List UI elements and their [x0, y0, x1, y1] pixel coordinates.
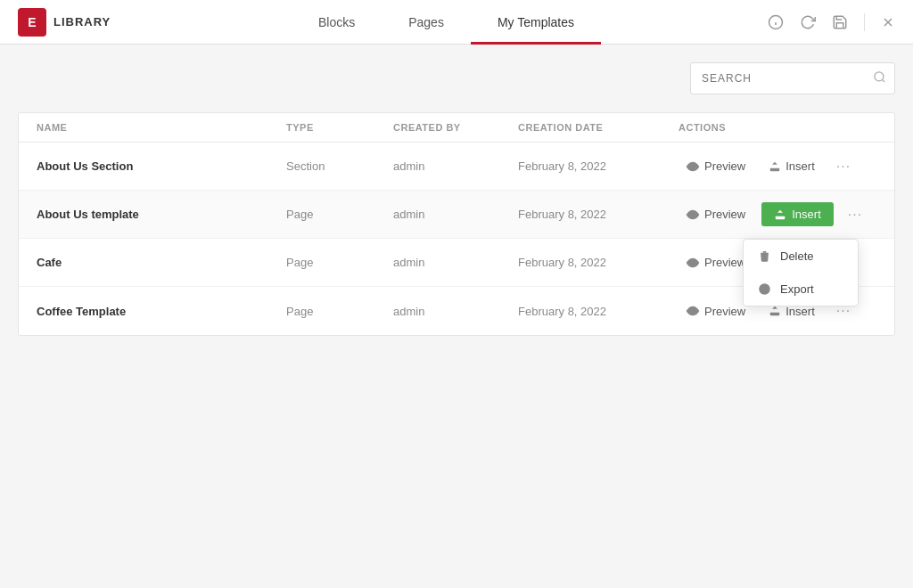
- tab-blocks[interactable]: Blocks: [292, 0, 382, 45]
- col-creation-date: CREATION DATE: [518, 122, 679, 133]
- library-modal: E LIBRARY Blocks Pages My Templates: [0, 0, 913, 588]
- table-header: NAME TYPE CREATED BY CREATION DATE ACTIO…: [19, 113, 894, 143]
- template-name: About Us Section: [37, 159, 286, 173]
- library-title: LIBRARY: [53, 15, 111, 29]
- search-icon: [873, 70, 886, 86]
- template-created-by: admin: [393, 208, 518, 221]
- svg-point-7: [691, 165, 695, 168]
- refresh-icon[interactable]: [800, 14, 816, 30]
- template-date: February 8, 2022: [518, 159, 679, 173]
- more-options-button-active[interactable]: ···: [843, 203, 868, 226]
- row-actions: Preview Insert ···: [679, 202, 876, 226]
- svg-point-15: [691, 309, 695, 313]
- template-created-by: admin: [393, 256, 518, 269]
- template-created-by: admin: [393, 159, 518, 173]
- close-icon[interactable]: [881, 15, 895, 29]
- info-icon[interactable]: [768, 14, 784, 30]
- delete-label: Delete: [780, 249, 814, 263]
- tab-my-templates[interactable]: My Templates: [471, 0, 601, 45]
- search-bar: [18, 62, 895, 94]
- context-menu-export[interactable]: Export: [744, 273, 858, 306]
- modal-content: NAME TYPE CREATED BY CREATION DATE ACTIO…: [0, 45, 913, 588]
- template-date: February 8, 2022: [518, 256, 679, 269]
- context-menu-delete[interactable]: Delete: [744, 240, 858, 273]
- tab-pages[interactable]: Pages: [382, 0, 471, 45]
- insert-green-button[interactable]: Insert: [761, 202, 834, 226]
- template-type: Page: [286, 305, 393, 318]
- svg-line-6: [882, 79, 884, 82]
- context-menu: Delete Export: [743, 239, 859, 306]
- header-actions: [768, 13, 895, 31]
- col-type: TYPE: [286, 122, 393, 133]
- export-label: Export: [780, 282, 814, 296]
- template-name: Cafe: [37, 256, 286, 269]
- search-input-wrap: [690, 62, 895, 94]
- template-name: Coffee Template: [37, 305, 286, 318]
- col-actions: ACTIONS: [679, 122, 876, 133]
- template-name: About Us template: [37, 208, 286, 221]
- save-icon[interactable]: [832, 14, 848, 30]
- table-row: About Us Section Section admin February …: [19, 143, 894, 191]
- col-name: NAME: [37, 122, 286, 133]
- search-input[interactable]: [690, 62, 895, 94]
- template-date: February 8, 2022: [518, 305, 679, 318]
- svg-point-13: [691, 261, 695, 265]
- template-type: Section: [286, 159, 393, 173]
- preview-button[interactable]: Preview: [679, 252, 753, 274]
- logo-area: E LIBRARY: [18, 8, 125, 37]
- svg-point-9: [691, 213, 695, 216]
- template-type: Page: [286, 208, 393, 221]
- row-actions: Preview Insert ···: [679, 155, 876, 178]
- tab-bar: Blocks Pages My Templates: [125, 0, 768, 45]
- preview-button[interactable]: Preview: [679, 204, 753, 225]
- template-date: February 8, 2022: [518, 208, 679, 221]
- elementor-logo-icon: E: [18, 8, 46, 37]
- preview-button[interactable]: Preview: [679, 300, 753, 322]
- col-created-by: CREATED BY: [393, 122, 518, 133]
- insert-button[interactable]: Insert: [761, 156, 822, 176]
- svg-point-5: [875, 72, 884, 81]
- header-divider: [864, 13, 865, 31]
- preview-button[interactable]: Preview: [679, 156, 753, 177]
- more-options-button[interactable]: ···: [831, 155, 856, 178]
- table-row: About Us template Page admin February 8,…: [19, 191, 894, 239]
- template-created-by: admin: [393, 305, 518, 318]
- templates-table: NAME TYPE CREATED BY CREATION DATE ACTIO…: [18, 112, 895, 336]
- template-type: Page: [286, 256, 393, 269]
- modal-header: E LIBRARY Blocks Pages My Templates: [0, 0, 913, 45]
